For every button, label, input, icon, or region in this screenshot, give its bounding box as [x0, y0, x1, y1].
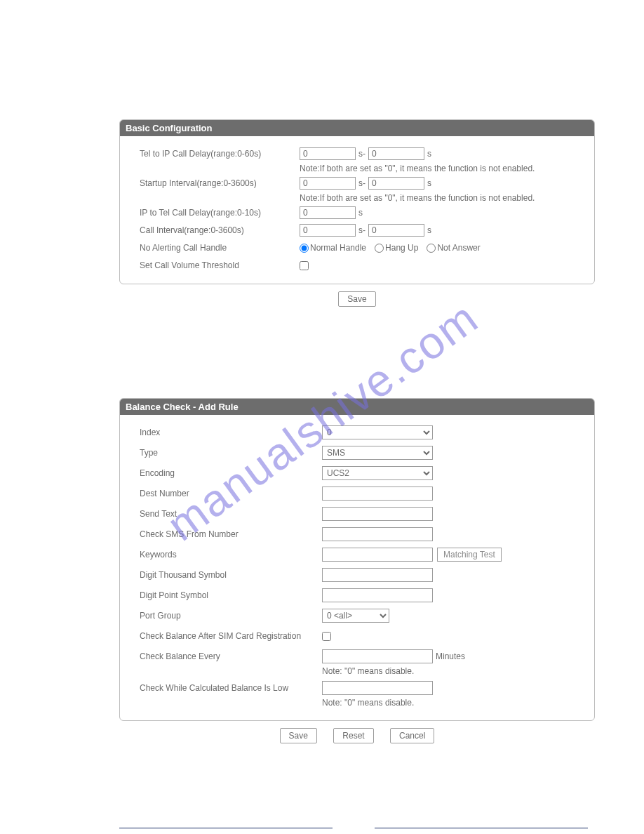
reset-button[interactable]: Reset	[333, 728, 373, 743]
input-call-interval-to[interactable]	[368, 224, 424, 237]
input-thousand[interactable]	[322, 568, 433, 582]
radio-normal-handle[interactable]	[300, 244, 309, 253]
label-call-interval: Call Interval(range:0-3600s)	[140, 225, 300, 235]
note-check-low: Note: "0" means disable.	[322, 698, 577, 708]
input-point[interactable]	[322, 588, 433, 602]
cancel-button[interactable]: Cancel	[390, 728, 434, 743]
input-startup-to[interactable]	[368, 177, 424, 190]
unit-ip-to-tel: s	[358, 208, 363, 218]
row-ip-to-tel: IP to Tel Call Delay(range:0-10s) s	[140, 205, 577, 220]
input-tel-to-ip-from[interactable]	[300, 147, 356, 160]
label-check-from: Check SMS From Number	[140, 529, 322, 539]
save-button[interactable]: Save	[280, 728, 317, 743]
row-encoding: Encoding UCS2	[140, 465, 577, 481]
row-check-from: Check SMS From Number	[140, 527, 577, 542]
row-call-interval: Call Interval(range:0-3600s) s- s	[140, 223, 577, 238]
label-ip-to-tel: IP to Tel Call Delay(range:0-10s)	[140, 208, 300, 218]
label-point: Digit Point Symbol	[140, 590, 322, 600]
input-send-text[interactable]	[322, 507, 433, 521]
label-send-text: Send Text	[140, 509, 322, 519]
select-type[interactable]: SMS	[322, 446, 433, 460]
radio-label-notanswer: Not Answer	[437, 243, 480, 253]
unit-tel-to-ip: s	[427, 149, 431, 159]
input-call-interval-from[interactable]	[300, 224, 356, 237]
panel-title-balance: Balance Check - Add Rule	[120, 399, 594, 415]
note-startup: Note:If both are set as "0", it means th…	[300, 193, 577, 203]
matching-test-button[interactable]: Matching Test	[437, 548, 502, 562]
label-port-group: Port Group	[140, 611, 322, 621]
input-check-from[interactable]	[322, 527, 433, 541]
input-ip-to-tel[interactable]	[300, 206, 356, 219]
radio-hang-up[interactable]	[375, 244, 384, 253]
row-check-low: Check While Calculated Balance Is Low	[140, 680, 577, 696]
select-index[interactable]: 0	[322, 425, 433, 439]
label-startup: Startup Interval(range:0-3600s)	[140, 178, 300, 188]
row-type: Type SMS	[140, 445, 577, 461]
sep-tel-to-ip: s-	[358, 149, 365, 159]
label-check-low: Check While Calculated Balance Is Low	[140, 683, 322, 693]
row-port-group: Port Group 0 <all>	[140, 608, 577, 623]
unit-startup: s	[427, 178, 431, 188]
input-check-every[interactable]	[322, 649, 433, 663]
input-tel-to-ip-to[interactable]	[368, 147, 424, 160]
label-after-reg: Check Balance After SIM Card Registratio…	[140, 631, 322, 641]
row-no-alerting: No Alerting Call Handle Normal Handle Ha…	[140, 240, 577, 256]
select-encoding[interactable]: UCS2	[322, 466, 433, 480]
radio-label-normal: Normal Handle	[310, 243, 366, 253]
row-send-text: Send Text	[140, 506, 577, 522]
button-row-basic: Save	[119, 291, 595, 307]
label-tel-to-ip: Tel to IP Call Delay(range:0-60s)	[140, 149, 300, 159]
note-check-every: Note: "0" means disable.	[322, 666, 577, 676]
footer-line-right	[375, 828, 588, 828]
unit-minutes: Minutes	[436, 651, 465, 661]
basic-configuration-panel: Basic Configuration Tel to IP Call Delay…	[119, 119, 595, 284]
row-dest-number: Dest Number	[140, 486, 577, 501]
note-tel-to-ip: Note:If both are set as "0", it means th…	[300, 164, 577, 173]
label-type: Type	[140, 448, 322, 458]
row-volume-threshold: Set Call Volume Threshold	[140, 258, 577, 273]
label-encoding: Encoding	[140, 468, 322, 478]
input-dest-number[interactable]	[322, 486, 433, 501]
balance-check-panel: Balance Check - Add Rule Index 0 Type SM…	[119, 398, 595, 721]
select-port-group[interactable]: 0 <all>	[322, 609, 389, 623]
label-index: Index	[140, 428, 322, 437]
label-no-alerting: No Alerting Call Handle	[140, 243, 300, 253]
label-thousand: Digit Thousand Symbol	[140, 570, 322, 580]
label-volume-threshold: Set Call Volume Threshold	[140, 260, 300, 270]
input-keywords[interactable]	[322, 548, 433, 562]
radio-label-hangup: Hang Up	[385, 243, 418, 253]
footer-line-left	[119, 828, 333, 828]
row-index: Index 0	[140, 425, 577, 440]
row-startup: Startup Interval(range:0-3600s) s- s	[140, 176, 577, 191]
sep-call-interval: s-	[358, 225, 365, 235]
unit-call-interval: s	[427, 225, 431, 235]
input-startup-from[interactable]	[300, 177, 356, 190]
sep-startup: s-	[358, 178, 365, 188]
row-tel-to-ip: Tel to IP Call Delay(range:0-60s) s- s	[140, 146, 577, 161]
row-check-every: Check Balance Every Minutes	[140, 649, 577, 664]
save-button-basic[interactable]: Save	[338, 291, 375, 307]
panel-title-basic: Basic Configuration	[120, 120, 594, 136]
checkbox-volume-threshold[interactable]	[300, 261, 309, 270]
label-keywords: Keywords	[140, 550, 322, 560]
label-dest-number: Dest Number	[140, 489, 322, 498]
row-thousand: Digit Thousand Symbol	[140, 567, 577, 583]
label-check-every: Check Balance Every	[140, 651, 322, 661]
row-point: Digit Point Symbol	[140, 588, 577, 603]
row-keywords: Keywords Matching Test	[140, 547, 577, 562]
checkbox-after-reg[interactable]	[322, 632, 331, 641]
footer-dividers	[119, 828, 595, 828]
input-check-low[interactable]	[322, 681, 433, 695]
button-row-balance: Save Reset Cancel	[119, 728, 595, 743]
radio-not-answer[interactable]	[427, 244, 436, 253]
row-after-reg: Check Balance After SIM Card Registratio…	[140, 628, 577, 644]
